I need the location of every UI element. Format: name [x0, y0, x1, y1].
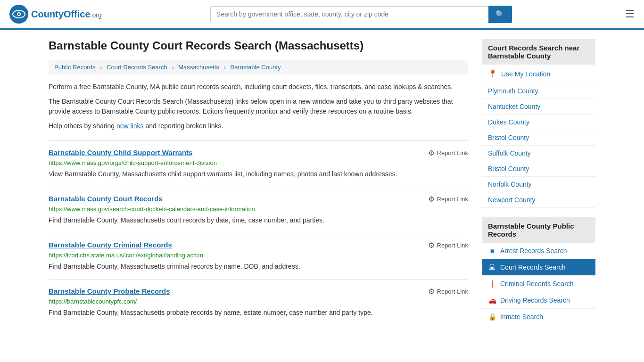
record-card: Barnstable County Criminal Records ⚙ Rep…: [49, 233, 468, 279]
breadcrumb-public-records[interactable]: Public Records: [54, 64, 95, 71]
report-link-button-3[interactable]: ⚙ Report Link: [428, 287, 468, 296]
sidebar-county-item: Bristol County: [482, 161, 595, 177]
use-my-location-link[interactable]: Use My Location: [501, 70, 550, 78]
sidebar-county-list: Plymouth CountyNantucket CountyDukes Cou…: [482, 83, 595, 208]
sidebar-record-item: ■ Arrest Records Search: [482, 243, 595, 259]
report-icon-0: ⚙: [428, 148, 435, 157]
record-card: Barnstable County Court Records ⚙ Report…: [49, 187, 468, 233]
sidebar-county-link-3[interactable]: Bristol County: [482, 130, 595, 145]
sidebar-record-icon-0: ■: [488, 247, 496, 255]
sidebar-county-item: Nantucket County: [482, 99, 595, 115]
sidebar-county-link-1[interactable]: Nantucket County: [482, 99, 595, 114]
sidebar-county-item: Bristol County: [482, 130, 595, 146]
report-icon-3: ⚙: [428, 287, 435, 296]
logo-area: CountyOffice.org: [9, 5, 102, 24]
sidebar-record-link-2[interactable]: ❗ Criminal Records Search: [482, 276, 595, 292]
new-links-link[interactable]: new links: [116, 122, 144, 130]
sidebar-record-icon-1: 🏛: [488, 263, 496, 271]
record-desc-2: Find Barnstable County, Massachusetts cr…: [49, 262, 468, 272]
record-card-header: Barnstable County Probate Records ⚙ Repo…: [49, 287, 468, 296]
sidebar-record-label-3: Driving Records Search: [500, 296, 570, 304]
sidebar-county-link-6[interactable]: Norfolk County: [482, 177, 595, 192]
sidebar-county-item: Norfolk County: [482, 177, 595, 192]
sidebar-record-item: 🚗 Driving Records Search: [482, 292, 595, 309]
record-card-header: Barnstable County Court Records ⚙ Report…: [49, 195, 468, 204]
sidebar-county-link-2[interactable]: Dukes County: [482, 115, 595, 130]
hamburger-menu-button[interactable]: ☰: [625, 8, 635, 20]
sidebar-record-icon-3: 🚗: [488, 296, 496, 304]
report-link-button-1[interactable]: ⚙ Report Link: [428, 195, 468, 204]
sidebar-record-item: 🔒 Inmate Search: [482, 309, 595, 325]
report-icon-2: ⚙: [428, 241, 435, 250]
sidebar-county-item: Plymouth County: [482, 83, 595, 99]
sidebar-records-list: ■ Arrest Records Search 🏛 Court Records …: [482, 243, 595, 325]
breadcrumb-barnstable-county[interactable]: Barnstable County: [231, 64, 281, 71]
breadcrumb-massachusetts[interactable]: Massachusetts: [178, 64, 219, 71]
sidebar-record-icon-4: 🔒: [488, 313, 496, 321]
breadcrumb-sep-2: ›: [172, 64, 173, 71]
intro-text-1: Perform a free Barnstable County, MA pub…: [49, 82, 468, 92]
logo-icon: [9, 5, 28, 24]
sidebar-record-link-3[interactable]: 🚗 Driving Records Search: [482, 292, 595, 308]
record-cards: Barnstable County Child Support Warrants…: [49, 140, 468, 325]
record-title-1[interactable]: Barnstable County Court Records: [49, 195, 163, 203]
sidebar-record-label-0: Arrest Records Search: [500, 247, 567, 255]
search-button[interactable]: 🔍: [488, 6, 512, 23]
search-area: 🔍: [210, 6, 512, 23]
record-desc-3: Find Barnstable County, Massachusetts pr…: [49, 308, 468, 318]
search-input[interactable]: [210, 6, 488, 22]
record-title-0[interactable]: Barnstable County Child Support Warrants: [49, 148, 192, 156]
sidebar-record-label-4: Inmate Search: [500, 313, 543, 321]
record-title-2[interactable]: Barnstable County Criminal Records: [49, 241, 172, 249]
record-desc-0: View Barnstable County, Massachusetts ch…: [49, 169, 468, 179]
sidebar-county-item: Suffolk County: [482, 146, 595, 161]
sidebar-county-link-7[interactable]: Newport County: [482, 192, 595, 207]
sidebar-public-records-title: Barnstable County Public Records: [482, 217, 595, 243]
record-url-1: https://www.mass.gov/search-court-docket…: [49, 206, 468, 213]
breadcrumb-court-records-search[interactable]: Court Records Search: [107, 64, 167, 71]
main-container: Barnstable County Court Records Search (…: [39, 30, 605, 344]
logo-text: CountyOffice.org: [31, 9, 102, 20]
sidebar-record-icon-2: ❗: [488, 280, 496, 288]
sidebar-record-link-4[interactable]: 🔒 Inmate Search: [482, 309, 595, 325]
sidebar-public-records-section: Barnstable County Public Records ■ Arres…: [482, 217, 595, 325]
sidebar: Court Records Search near Barnstable Cou…: [482, 39, 595, 335]
location-dot-icon: 📍: [488, 69, 497, 78]
record-title-3[interactable]: Barnstable County Probate Records: [49, 287, 170, 295]
sidebar-county-link-0[interactable]: Plymouth County: [482, 83, 595, 99]
content-area: Barnstable County Court Records Search (…: [49, 39, 468, 335]
sidebar-county-item: Newport County: [482, 192, 595, 208]
sidebar-county-item: Dukes County: [482, 115, 595, 130]
sidebar-record-item: ❗ Criminal Records Search: [482, 276, 595, 292]
record-card-header: Barnstable County Child Support Warrants…: [49, 148, 468, 157]
svg-point-3: [18, 13, 20, 15]
record-url-3: https://barnstablecountypfc.com/: [49, 298, 468, 305]
report-link-label-1: Report Link: [437, 196, 468, 203]
sidebar-record-item: 🏛 Court Records Search: [482, 259, 595, 276]
report-link-button-2[interactable]: ⚙ Report Link: [428, 241, 468, 250]
breadcrumb: Public Records › Court Records Search › …: [49, 60, 468, 74]
record-card-header: Barnstable County Criminal Records ⚙ Rep…: [49, 241, 468, 250]
page-title: Barnstable County Court Records Search (…: [49, 39, 468, 52]
record-url-2: https://icori.chs.state.ma.us/icori/ext/…: [49, 252, 468, 259]
sidebar-county-link-5[interactable]: Bristol County: [482, 161, 595, 176]
sidebar-nearby-title: Court Records Search near Barnstable Cou…: [482, 39, 595, 65]
breadcrumb-sep-3: ›: [224, 64, 226, 71]
record-url-0: https://www.mass.gov/orgs/child-support-…: [49, 159, 468, 166]
report-link-label-2: Report Link: [437, 242, 468, 249]
sidebar-record-link-1[interactable]: 🏛 Court Records Search: [482, 259, 595, 275]
report-icon-1: ⚙: [428, 195, 435, 204]
sidebar-record-link-0[interactable]: ■ Arrest Records Search: [482, 243, 595, 259]
report-link-button-0[interactable]: ⚙ Report Link: [428, 148, 468, 157]
site-header: CountyOffice.org 🔍 ☰: [0, 0, 644, 30]
report-link-label-3: Report Link: [437, 288, 468, 295]
record-desc-1: Find Barnstable County, Massachusetts co…: [49, 215, 468, 225]
sidebar-record-label-1: Court Records Search: [500, 263, 566, 271]
sharing-text: Help others by sharing new links and rep…: [49, 121, 468, 131]
intro-text-2: The Barnstable County Court Records Sear…: [49, 97, 468, 116]
record-card: Barnstable County Child Support Warrants…: [49, 140, 468, 187]
record-card: Barnstable County Probate Records ⚙ Repo…: [49, 279, 468, 325]
sidebar-nearby-section: Court Records Search near Barnstable Cou…: [482, 39, 595, 208]
sidebar-county-link-4[interactable]: Suffolk County: [482, 146, 595, 161]
report-link-label-0: Report Link: [437, 149, 468, 156]
